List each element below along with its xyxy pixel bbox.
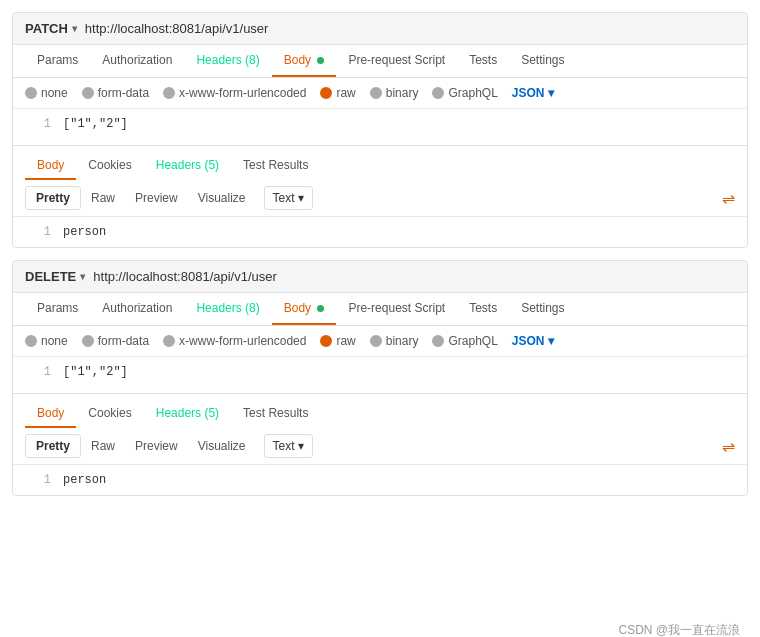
radio-formdata-patch[interactable]: form-data [82,86,149,100]
request-code-delete: ["1","2"] [63,365,128,379]
url-bar-delete: DELETE ▾ http://localhost:8081/api/v1/us… [13,261,747,293]
resp-tab-cookies-patch[interactable]: Cookies [76,152,143,180]
resp-code-line-delete: 1 person [13,473,747,487]
response-code-area-patch: 1 person [13,217,747,247]
method-label-patch: PATCH [25,21,68,36]
method-chevron-patch: ▾ [72,23,77,34]
radio-binary-circle-delete [370,335,382,347]
fmt-visualize-delete[interactable]: Visualize [188,435,256,457]
tab-prerequest-delete[interactable]: Pre-request Script [336,293,457,325]
tab-auth-delete[interactable]: Authorization [90,293,184,325]
text-dropdown-delete[interactable]: Text ▾ [264,434,313,458]
radio-raw-circle-delete [320,335,332,347]
method-label-delete: DELETE [25,269,76,284]
tab-settings-delete[interactable]: Settings [509,293,576,325]
fmt-raw-delete[interactable]: Raw [81,435,125,457]
resp-code-patch: person [63,225,106,239]
resp-tab-body-patch[interactable]: Body [25,152,76,180]
resp-tab-body-delete[interactable]: Body [25,400,76,428]
radio-binary-patch[interactable]: binary [370,86,419,100]
fmt-visualize-patch[interactable]: Visualize [188,187,256,209]
radio-formdata-delete[interactable]: form-data [82,334,149,348]
code-line-delete: 1 ["1","2"] [13,365,747,379]
json-chevron-patch: ▾ [548,86,554,100]
request-code-area-delete[interactable]: 1 ["1","2"] [13,357,747,393]
resp-tab-testresults-patch[interactable]: Test Results [231,152,320,180]
json-chevron-delete: ▾ [548,334,554,348]
body-type-bar-delete: none form-data x-www-form-urlencoded raw… [13,326,747,357]
tab-settings-patch[interactable]: Settings [509,45,576,77]
radio-none-patch[interactable]: none [25,86,68,100]
tab-auth-patch[interactable]: Authorization [90,45,184,77]
radio-urlencoded-circle-patch [163,87,175,99]
radio-none-delete[interactable]: none [25,334,68,348]
fmt-preview-patch[interactable]: Preview [125,187,188,209]
fmt-pretty-patch[interactable]: Pretty [25,186,81,210]
tab-params-patch[interactable]: Params [25,45,90,77]
wrap-icon-patch[interactable]: ⇌ [722,189,735,208]
url-bar-patch: PATCH ▾ http://localhost:8081/api/v1/use… [13,13,747,45]
app-container: PATCH ▾ http://localhost:8081/api/v1/use… [0,12,760,637]
radio-raw-patch[interactable]: raw [320,86,355,100]
text-chevron-delete: ▾ [298,439,304,453]
request-code-area-patch[interactable]: 1 ["1","2"] [13,109,747,145]
radio-formdata-circle-patch [82,87,94,99]
json-dropdown-delete[interactable]: JSON ▾ [512,334,554,348]
radio-binary-delete[interactable]: binary [370,334,419,348]
method-selector-delete[interactable]: DELETE ▾ [25,269,85,284]
radio-graphql-circle-patch [432,87,444,99]
resp-tab-headers-patch[interactable]: Headers (5) [144,152,231,180]
radio-binary-circle-patch [370,87,382,99]
fmt-pretty-delete[interactable]: Pretty [25,434,81,458]
radio-urlencoded-delete[interactable]: x-www-form-urlencoded [163,334,306,348]
watermark: CSDN @我一直在流浪 [618,622,740,637]
radio-urlencoded-patch[interactable]: x-www-form-urlencoded [163,86,306,100]
response-code-area-delete: 1 person [13,465,747,495]
method-chevron-delete: ▾ [80,271,85,282]
tab-body-delete[interactable]: Body [272,293,337,325]
patch-request-panel: PATCH ▾ http://localhost:8081/api/v1/use… [12,12,748,248]
tab-tests-patch[interactable]: Tests [457,45,509,77]
fmt-preview-delete[interactable]: Preview [125,435,188,457]
tab-headers-delete[interactable]: Headers (8) [184,293,271,325]
delete-request-panel: DELETE ▾ http://localhost:8081/api/v1/us… [12,260,748,496]
radio-graphql-delete[interactable]: GraphQL [432,334,497,348]
url-text-patch[interactable]: http://localhost:8081/api/v1/user [85,21,269,36]
request-tabs-delete: Params Authorization Headers (8) Body Pr… [13,293,747,326]
tab-tests-delete[interactable]: Tests [457,293,509,325]
resp-tab-testresults-delete[interactable]: Test Results [231,400,320,428]
resp-code-delete: person [63,473,106,487]
tab-prerequest-patch[interactable]: Pre-request Script [336,45,457,77]
tab-headers-patch[interactable]: Headers (8) [184,45,271,77]
request-code-patch: ["1","2"] [63,117,128,131]
radio-raw-delete[interactable]: raw [320,334,355,348]
url-text-delete[interactable]: http://localhost:8081/api/v1/user [93,269,277,284]
radio-graphql-patch[interactable]: GraphQL [432,86,497,100]
format-bar-patch: Pretty Raw Preview Visualize Text ▾ ⇌ [13,180,747,217]
resp-tab-cookies-delete[interactable]: Cookies [76,400,143,428]
radio-formdata-circle-delete [82,335,94,347]
method-selector-patch[interactable]: PATCH ▾ [25,21,77,36]
resp-code-line-patch: 1 person [13,225,747,239]
code-line-patch: 1 ["1","2"] [13,117,747,131]
format-bar-delete: Pretty Raw Preview Visualize Text ▾ ⇌ [13,428,747,465]
tab-body-patch[interactable]: Body [272,45,337,77]
fmt-raw-patch[interactable]: Raw [81,187,125,209]
response-tabs-bar-patch: Body Cookies Headers (5) Test Results [13,145,747,180]
tab-params-delete[interactable]: Params [25,293,90,325]
radio-none-circle-patch [25,87,37,99]
wrap-icon-delete[interactable]: ⇌ [722,437,735,456]
resp-tab-headers-delete[interactable]: Headers (5) [144,400,231,428]
text-chevron-patch: ▾ [298,191,304,205]
radio-urlencoded-circle-delete [163,335,175,347]
request-tabs-patch: Params Authorization Headers (8) Body Pr… [13,45,747,78]
response-tabs-bar-delete: Body Cookies Headers (5) Test Results [13,393,747,428]
body-type-bar-patch: none form-data x-www-form-urlencoded raw… [13,78,747,109]
radio-raw-circle-patch [320,87,332,99]
text-dropdown-patch[interactable]: Text ▾ [264,186,313,210]
radio-none-circle-delete [25,335,37,347]
json-dropdown-patch[interactable]: JSON ▾ [512,86,554,100]
radio-graphql-circle-delete [432,335,444,347]
